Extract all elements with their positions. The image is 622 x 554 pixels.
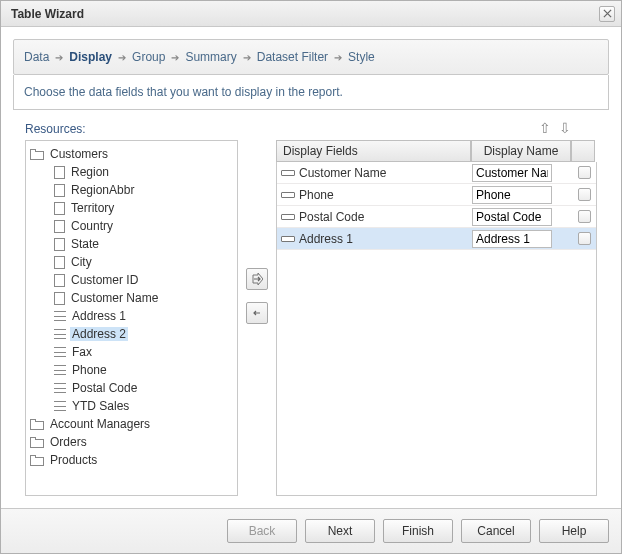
tree-item-label: YTD Sales: [70, 399, 131, 413]
tree-item[interactable]: Customer ID: [52, 271, 235, 289]
page-icon: [54, 202, 65, 215]
display-name-input[interactable]: [472, 164, 552, 182]
table-row[interactable]: Address 1: [277, 228, 596, 250]
breadcrumb-step-display[interactable]: Display: [69, 50, 112, 64]
tree-item[interactable]: Territory: [52, 199, 235, 217]
tree-item-label: Products: [48, 453, 99, 467]
tree-item-label: Country: [69, 219, 115, 233]
description-text: Choose the data fields that you want to …: [13, 75, 609, 110]
remove-field-button[interactable]: [246, 302, 268, 324]
resources-tree[interactable]: Customers RegionRegionAbbrTerritoryCount…: [25, 140, 238, 496]
tree-item-label: Territory: [69, 201, 116, 215]
breadcrumb-step-summary[interactable]: Summary: [185, 50, 236, 64]
dialog-title: Table Wizard: [11, 7, 84, 21]
tree-item[interactable]: YTD Sales: [52, 397, 235, 415]
tree-item[interactable]: Postal Code: [52, 379, 235, 397]
tree-folder-customers[interactable]: Customers: [28, 145, 235, 163]
tree-item-label: Phone: [70, 363, 109, 377]
breadcrumb: Data ➔ Display ➔ Group ➔ Summary ➔ Datas…: [13, 39, 609, 75]
page-icon: [54, 238, 65, 251]
dialog-footer: Back Next Finish Cancel Help: [1, 508, 621, 553]
tree-item[interactable]: Country: [52, 217, 235, 235]
table-row[interactable]: Phone: [277, 184, 596, 206]
display-fields-grid: Display Fields Display Name Customer Nam…: [276, 140, 597, 496]
move-up-button[interactable]: ⇧: [539, 120, 551, 136]
tree-item[interactable]: RegionAbbr: [52, 181, 235, 199]
tree-item-label: Region: [69, 165, 111, 179]
tree-item[interactable]: Address 1: [52, 307, 235, 325]
folder-open-icon: [30, 149, 44, 160]
folder-icon: [30, 437, 44, 448]
field-icon: [281, 192, 295, 198]
tree-item[interactable]: Address 2: [52, 325, 235, 343]
row-action-cell: [572, 166, 596, 179]
field-label: Customer Name: [299, 166, 386, 180]
arrow-right-icon: [251, 273, 263, 285]
row-action-cell: [572, 232, 596, 245]
breadcrumb-step-data[interactable]: Data: [24, 50, 49, 64]
display-name-input[interactable]: [472, 230, 552, 248]
tree-item-label: Customer Name: [69, 291, 160, 305]
chevron-right-icon: ➔: [171, 52, 179, 63]
chevron-right-icon: ➔: [334, 52, 342, 63]
tree-item[interactable]: Phone: [52, 361, 235, 379]
finish-button[interactable]: Finish: [383, 519, 453, 543]
row-action-button[interactable]: [578, 210, 591, 223]
resources-label: Resources:: [25, 122, 86, 136]
name-cell: [472, 230, 572, 248]
help-button[interactable]: Help: [539, 519, 609, 543]
grid-header-fields[interactable]: Display Fields: [276, 140, 471, 162]
tree-item[interactable]: Region: [52, 163, 235, 181]
display-name-input[interactable]: [472, 186, 552, 204]
lines-icon: [54, 383, 66, 393]
lines-icon: [54, 311, 66, 321]
breadcrumb-step-filter[interactable]: Dataset Filter: [257, 50, 328, 64]
arrow-left-icon: [251, 307, 263, 319]
tree-item-label: Account Managers: [48, 417, 152, 431]
display-name-input[interactable]: [472, 208, 552, 226]
tree-item[interactable]: State: [52, 235, 235, 253]
table-row[interactable]: Postal Code: [277, 206, 596, 228]
tree-folder[interactable]: Products: [28, 451, 235, 469]
cancel-button[interactable]: Cancel: [461, 519, 531, 543]
tree-item-label: Customer ID: [69, 273, 140, 287]
add-field-button[interactable]: [246, 268, 268, 290]
close-button[interactable]: [599, 6, 615, 22]
tree-item[interactable]: Fax: [52, 343, 235, 361]
grid-header-action: [571, 140, 595, 162]
table-row[interactable]: Customer Name: [277, 162, 596, 184]
back-button[interactable]: Back: [227, 519, 297, 543]
breadcrumb-step-group[interactable]: Group: [132, 50, 165, 64]
chevron-right-icon: ➔: [55, 52, 63, 63]
page-icon: [54, 256, 65, 269]
tree-item[interactable]: City: [52, 253, 235, 271]
tree-item-label: Address 1: [70, 309, 128, 323]
lines-icon: [54, 329, 66, 339]
tree-item-label: City: [69, 255, 94, 269]
tree-item-label: Postal Code: [70, 381, 139, 395]
row-action-cell: [572, 210, 596, 223]
field-cell: Phone: [277, 188, 472, 202]
tree-item-label: Fax: [70, 345, 94, 359]
lines-icon: [54, 365, 66, 375]
tree-item[interactable]: Customer Name: [52, 289, 235, 307]
field-icon: [281, 236, 295, 242]
page-icon: [54, 166, 65, 179]
table-wizard-dialog: Table Wizard Data ➔ Display ➔ Group ➔ Su…: [0, 0, 622, 554]
field-icon: [281, 214, 295, 220]
tree-folder[interactable]: Account Managers: [28, 415, 235, 433]
tree-folder[interactable]: Orders: [28, 433, 235, 451]
lines-icon: [54, 401, 66, 411]
tree-item-label: RegionAbbr: [69, 183, 136, 197]
grid-header-name[interactable]: Display Name: [471, 140, 571, 162]
move-down-button[interactable]: ⇩: [559, 120, 571, 136]
field-icon: [281, 170, 295, 176]
row-action-button[interactable]: [578, 166, 591, 179]
row-action-button[interactable]: [578, 232, 591, 245]
chevron-right-icon: ➔: [118, 52, 126, 63]
page-icon: [54, 220, 65, 233]
breadcrumb-step-style[interactable]: Style: [348, 50, 375, 64]
titlebar: Table Wizard: [1, 1, 621, 27]
next-button[interactable]: Next: [305, 519, 375, 543]
row-action-button[interactable]: [578, 188, 591, 201]
